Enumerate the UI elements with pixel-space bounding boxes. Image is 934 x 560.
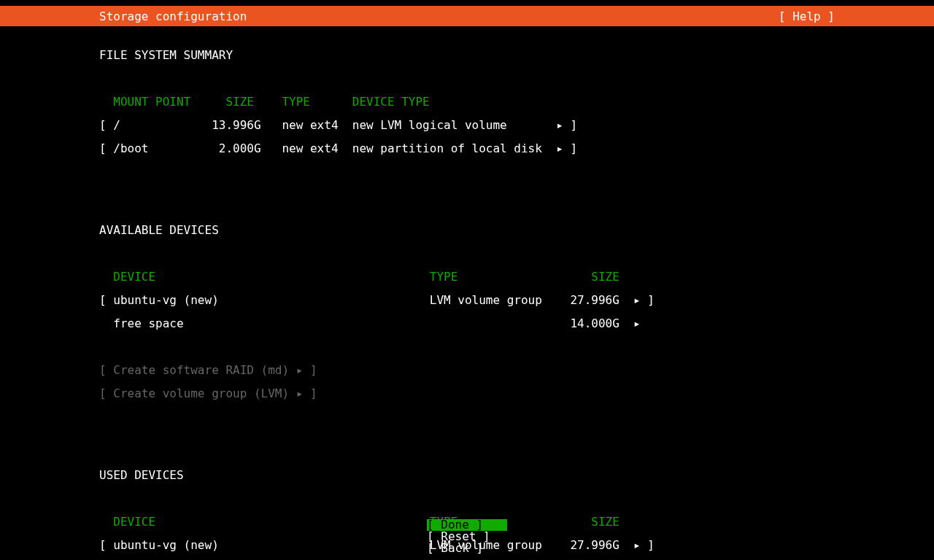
fss-title: FILE SYSTEM SUMMARY (99, 50, 835, 61)
avail-title: AVAILABLE DEVICES (99, 225, 835, 236)
avail-row-free-space[interactable]: free space 14.000G ▸ (99, 318, 835, 330)
content-area: FILE SYSTEM SUMMARY MOUNT POINT SIZE TYP… (0, 26, 934, 560)
create-lvm-button[interactable]: [ Create volume group (LVM) ▸ ] (99, 388, 835, 400)
avail-columns: DEVICE TYPE SIZE (99, 271, 835, 283)
used-title: USED DEVICES (99, 470, 835, 481)
page-title: Storage configuration (99, 9, 247, 23)
fss-row-root[interactable]: [ / 13.996G new ext4 new LVM logical vol… (99, 120, 835, 131)
back-button[interactable]: [ Back ] (427, 542, 507, 554)
footer-buttons: [ Done ] [ Reset ] [ Back ] (0, 519, 934, 554)
fss-row-boot[interactable]: [ /boot 2.000G new ext4 new partition of… (99, 143, 835, 155)
create-raid-button[interactable]: [ Create software RAID (md) ▸ ] (99, 365, 835, 376)
avail-row-ubuntu-vg[interactable]: [ ubuntu-vg (new) LVM volume group 27.99… (99, 295, 835, 306)
help-button[interactable]: [ Help ] (779, 9, 835, 23)
header-bar: Storage configuration [ Help ] (0, 6, 934, 26)
fss-columns: MOUNT POINT SIZE TYPE DEVICE TYPE (99, 96, 835, 108)
